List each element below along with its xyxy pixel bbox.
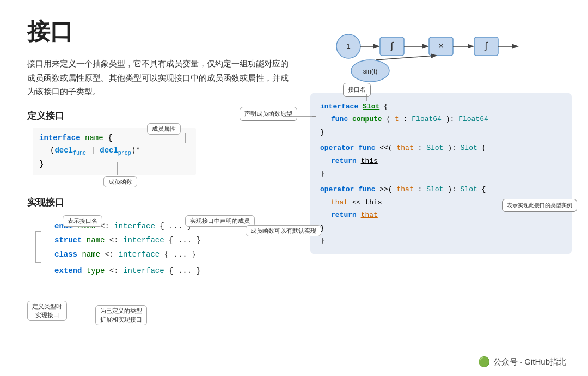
default-impl-bubble: 成员函数可以有默认实现 bbox=[246, 225, 321, 236]
code-line-3: } bbox=[320, 126, 562, 138]
impl-members-bubble: 实现接口中声明的成员 bbox=[185, 215, 255, 227]
code-example-panel: 接口名 声明成员函数原型 表示实现此接口的类型实例 bbox=[310, 93, 572, 254]
code-line-12: } bbox=[320, 222, 562, 234]
code-line3: } bbox=[39, 160, 44, 168]
interface-name-bubble: 表示接口名 bbox=[63, 215, 102, 227]
impl-line-class: class name <: interface { ... } bbox=[54, 248, 310, 262]
code-name: name { bbox=[85, 134, 112, 142]
left-panel: 接口 接口用来定义一个抽象类型，它不具有成员变量，仅约定一组功能对应的成员函数或… bbox=[27, 16, 310, 278]
svg-text:1: 1 bbox=[346, 42, 351, 51]
code-line-6: return this bbox=[331, 155, 562, 167]
arrow-interface-name bbox=[366, 94, 367, 101]
code-line-9: operator func >>( that : Slot ): Slot { bbox=[320, 183, 562, 196]
svg-line-16 bbox=[376, 56, 436, 60]
block-diagram: 1 ∫ × ∫ sin(t) bbox=[321, 16, 561, 84]
code-line-2: func compute ( t : Float64 ): Float64 bbox=[331, 113, 562, 125]
kw-interface: interface bbox=[39, 134, 81, 142]
code-line2: (declfunc | declprop)* bbox=[50, 146, 140, 155]
footer: 🟢 公众号 · GitHub指北 bbox=[478, 356, 566, 368]
arrow-member-func bbox=[117, 162, 133, 175]
code-line-13: } bbox=[320, 234, 562, 247]
svg-text:∫: ∫ bbox=[390, 40, 394, 51]
svg-text:×: × bbox=[438, 40, 444, 51]
page-title: 接口 bbox=[27, 16, 310, 47]
define-type-bubble: 定义类型时实现接口 bbox=[27, 301, 67, 321]
diagram-area: 1 ∫ × ∫ sin(t) bbox=[310, 16, 572, 87]
member-func-bubble: 成员函数 bbox=[103, 176, 137, 187]
impl-line-extend: extend type <: interface { ... } bbox=[54, 264, 310, 278]
code-line-1: interface Slot { bbox=[320, 100, 562, 113]
footer-text: 公众号 · GitHub指北 bbox=[493, 357, 566, 367]
implement-heading: 实现接口 bbox=[27, 196, 310, 209]
code-line-5: operator func <<( that : Slot ): Slot { bbox=[320, 142, 562, 154]
right-panel: 1 ∫ × ∫ sin(t) bbox=[310, 16, 572, 254]
define-code-block: interface name { (declfunc | declprop)* … bbox=[33, 128, 196, 175]
description-text: 接口用来定义一个抽象类型，它不具有成员变量，仅约定一组功能对应的成员函数或属性原… bbox=[27, 57, 289, 99]
type-instance-ann: 表示实现此接口的类型实例 bbox=[502, 199, 577, 212]
svg-text:∫: ∫ bbox=[484, 40, 488, 51]
footer-icon: 🟢 bbox=[478, 356, 490, 368]
arrow-func-decl bbox=[283, 116, 316, 117]
page: 接口 接口用来定义一个抽象类型，它不具有成员变量，仅约定一组功能对应的成员函数或… bbox=[0, 0, 588, 376]
left-bracket bbox=[35, 231, 41, 263]
extend-impl-bubble: 为已定义的类型扩展和实现接口 bbox=[95, 305, 147, 325]
code-line-7: } bbox=[320, 167, 562, 180]
member-attr-bubble: 成员属性 bbox=[147, 123, 181, 135]
define-code-wrapper: 成员属性 interface name { (declfunc | declpr… bbox=[33, 128, 310, 175]
svg-text:sin(t): sin(t) bbox=[363, 68, 378, 75]
impl-wrapper: 表示接口名 实现接口中声明的成员 成员函数可以有默认实现 enum name <… bbox=[27, 220, 310, 278]
arrow-member-attr bbox=[185, 133, 201, 144]
func-decl-ann: 声明成员函数原型 bbox=[240, 107, 297, 121]
implement-section: 实现接口 表示接口名 实现接口中声明的成员 成员函数可以有默认实现 bbox=[27, 196, 310, 278]
